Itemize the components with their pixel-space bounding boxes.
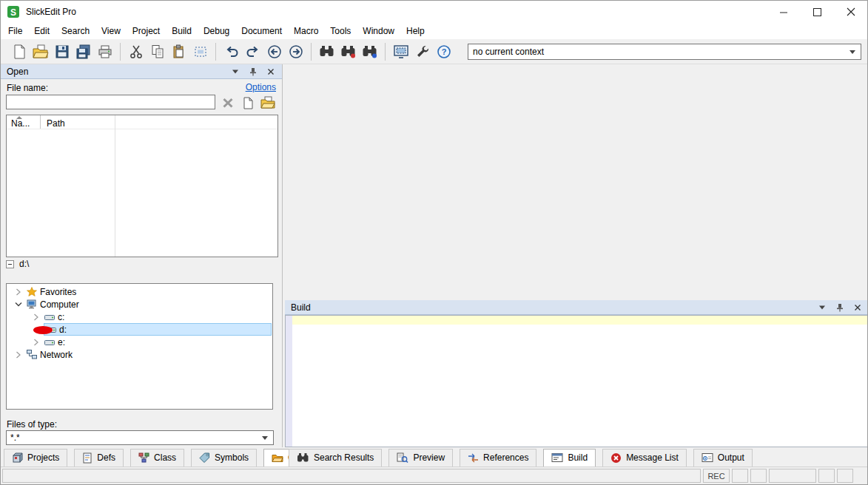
tab-label: Projects (27, 452, 59, 463)
tab-defs[interactable]: Defs (74, 449, 124, 467)
maximize-button[interactable] (801, 1, 834, 23)
redo-icon (246, 44, 260, 59)
new-file-icon (13, 44, 26, 59)
cut-button[interactable] (125, 41, 147, 62)
options-link[interactable]: Options (246, 82, 276, 92)
paste-icon (172, 44, 186, 59)
tab-projects[interactable]: Projects (4, 449, 67, 467)
options-button[interactable] (411, 41, 433, 62)
menu-macro[interactable]: Macro (288, 24, 324, 38)
tree-item-favorites[interactable]: Favorites (7, 285, 272, 298)
svg-text:?: ? (441, 47, 446, 56)
print-button[interactable] (94, 41, 115, 62)
new-document-button[interactable] (238, 94, 258, 112)
save-all-button[interactable] (73, 41, 94, 62)
tree-item-label: e: (58, 337, 65, 347)
file-name-label: File name: (7, 83, 48, 93)
tree-item-computer[interactable]: Computer (7, 298, 272, 311)
tree-item-label: Favorites (40, 287, 76, 297)
open-file-icon (33, 44, 49, 59)
file-name-input[interactable] (6, 95, 215, 109)
minimize-button[interactable] (767, 1, 801, 23)
menu-build[interactable]: Build (166, 24, 198, 38)
paste-button[interactable] (168, 41, 189, 62)
clear-filename-button[interactable] (218, 94, 238, 112)
save-button[interactable] (51, 41, 73, 62)
tree-item-drive-e[interactable]: e: (7, 336, 272, 348)
panel-close-button[interactable] (266, 67, 276, 77)
references-icon (468, 453, 479, 463)
panel-menu-button[interactable] (230, 67, 240, 77)
chevron-down-icon (262, 436, 268, 440)
collapse-minus-icon[interactable] (6, 260, 14, 268)
tab-symbols[interactable]: Symbols (191, 449, 257, 467)
chevron-down-icon[interactable] (14, 300, 23, 309)
tree-item-network[interactable]: Network (7, 348, 272, 361)
panel-pin-button[interactable] (835, 302, 845, 313)
tab-search-results[interactable]: Search Results (289, 449, 382, 467)
tab-class[interactable]: Class (130, 449, 184, 467)
find-in-files-button[interactable] (337, 41, 359, 62)
chevron-right-icon[interactable] (14, 288, 23, 296)
navigate-forward-button[interactable] (285, 41, 306, 62)
status-cell (750, 469, 767, 483)
toolbar-separator (385, 43, 386, 61)
menu-edit[interactable]: Edit (28, 24, 55, 38)
copy-button[interactable] (147, 41, 168, 62)
tree-item-label: Network (40, 350, 73, 360)
tab-label: Class (154, 452, 176, 463)
column-header-path[interactable]: Path (41, 115, 65, 129)
open-folder-button[interactable] (258, 94, 277, 112)
resize-grip[interactable] (855, 469, 866, 483)
navigate-back-button[interactable] (263, 41, 285, 62)
tab-message-list[interactable]: Message List (602, 449, 687, 467)
save-icon (55, 44, 70, 59)
panel-pin-button[interactable] (248, 67, 258, 77)
menu-window[interactable]: Window (357, 24, 400, 38)
column-divider (115, 115, 115, 257)
new-file-button[interactable] (8, 41, 30, 62)
context-combobox[interactable]: no current context (468, 44, 861, 60)
menu-help[interactable]: Help (400, 24, 431, 38)
chevron-right-icon[interactable] (32, 313, 41, 322)
tab-build[interactable]: Build (543, 449, 596, 467)
menu-document[interactable]: Document (235, 24, 288, 38)
undo-button[interactable] (221, 41, 242, 62)
menu-view[interactable]: View (95, 24, 127, 38)
column-header-name[interactable]: Na... (7, 115, 41, 129)
build-console[interactable] (285, 315, 868, 447)
chevron-right-icon[interactable] (14, 350, 23, 359)
tab-output[interactable]: Output (693, 449, 753, 467)
replace-in-files-button[interactable] (359, 41, 380, 62)
menu-search[interactable]: Search (55, 24, 95, 38)
slickedit-window: S SlickEdit Pro File Edit Search View Pr… (0, 0, 868, 485)
menu-tools[interactable]: Tools (324, 24, 357, 38)
files-of-type-combobox[interactable]: *.* (6, 430, 274, 445)
save-all-icon (75, 44, 92, 59)
fullscreen-button[interactable] (390, 41, 411, 62)
file-list[interactable]: Na... Path (6, 115, 278, 257)
tab-references[interactable]: References (460, 449, 536, 467)
menu-project[interactable]: Project (127, 24, 166, 38)
close-button[interactable] (834, 1, 867, 23)
open-folder-icon (260, 96, 275, 109)
menu-debug[interactable]: Debug (198, 24, 235, 38)
chevron-right-icon[interactable] (32, 338, 41, 347)
selected-tree-item[interactable]: d: (44, 323, 272, 336)
find-button[interactable] (316, 41, 337, 62)
panel-menu-button[interactable] (817, 302, 827, 313)
menu-file[interactable]: File (2, 24, 28, 38)
drive-group-header[interactable]: d:\ (6, 258, 29, 270)
tab-preview[interactable]: Preview (388, 449, 453, 467)
open-file-button[interactable] (30, 41, 51, 62)
panel-close-button[interactable] (852, 302, 863, 313)
red-oval-marker (33, 326, 53, 334)
help-button[interactable]: ? (433, 41, 454, 62)
redo-button[interactable] (242, 41, 263, 62)
select-block-button[interactable] (189, 41, 211, 62)
navigate-back-icon (267, 44, 282, 59)
folder-tree[interactable]: Favorites Computer c: d: (6, 283, 273, 410)
tree-item-drive-c[interactable]: c: (7, 311, 272, 323)
status-cell (837, 469, 853, 483)
copy-icon (150, 44, 165, 59)
